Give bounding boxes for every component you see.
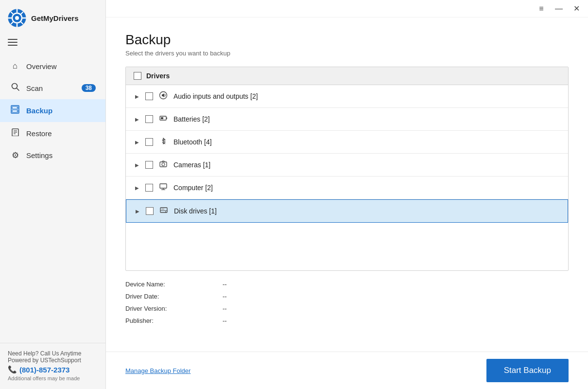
sidebar-label-scan: Scan [26,84,43,92]
details-section: Device Name: -- Driver Date: -- Driver V… [125,271,569,329]
cameras-icon [158,159,169,170]
start-backup-button[interactable]: Start Backup [486,359,569,382]
svg-rect-17 [161,117,163,119]
bottom-bar: Manage Backup Folder Start Backup [106,352,588,389]
computer-checkbox[interactable] [145,184,153,192]
minimize-button[interactable]: — [552,3,566,15]
powered-by: Powered by USTechSupport [8,357,98,364]
select-all-checkbox[interactable] [134,72,141,80]
sidebar-item-scan[interactable]: Scan 38 [0,77,105,99]
driver-date-value: -- [223,293,569,300]
titlebar: ≡ — ✕ [106,0,588,18]
sidebar-label-overview: Overview [26,62,57,71]
backup-icon [10,105,20,116]
cameras-checkbox[interactable] [145,161,153,169]
expand-arrow-icon: ▶ [134,185,140,191]
computer-driver-label: Computer [2] [173,184,560,192]
page-title: Backup [125,32,569,48]
menu-icon: ≡ [539,4,543,13]
bluetooth-icon [158,137,169,147]
restore-icon [10,128,20,139]
device-name-label: Device Name: [125,281,223,288]
diskdrives-checkbox[interactable] [146,207,154,215]
bluetooth-checkbox[interactable] [145,138,153,146]
device-name-value: -- [223,281,569,288]
bluetooth-driver-label: Bluetooth [4] [173,138,560,146]
expand-arrow-icon: ▶ [134,209,141,214]
expand-arrow-icon: ▶ [134,162,140,168]
sidebar-item-overview[interactable]: ⌂ Overview [0,55,105,77]
driver-version-value: -- [223,305,569,312]
additional-offers: Additional offers may be made [8,375,98,381]
disk-drives-driver-label: Disk drives [1] [174,207,560,215]
home-icon: ⌂ [10,61,20,71]
hamburger-button[interactable] [0,34,25,51]
main-content: ≡ — ✕ Backup Select the drivers you want… [106,0,588,389]
phone-icon: 📞 [8,365,17,374]
close-icon: ✕ [573,4,580,13]
audio-driver-label: Audio inputs and outputs [2] [173,92,560,100]
expand-arrow-icon: ▶ [134,117,140,122]
close-button[interactable]: ✕ [570,3,583,15]
phone-number[interactable]: 📞 (801)-857-2373 [8,365,98,374]
batteries-icon [158,114,169,124]
computer-icon [158,182,169,193]
sidebar-label-backup: Backup [26,106,52,115]
table-body: ▶ Audio inputs and outputs [2] ▶ Batteri… [126,85,568,270]
svg-point-25 [165,212,166,212]
sidebar-item-settings[interactable]: ⚙ Settings [0,144,105,166]
sidebar-header: GetMyDrivers [0,0,105,34]
table-row[interactable]: ▶ Audio inputs and outputs [2] [126,85,568,108]
manage-backup-folder-link[interactable]: Manage Backup Folder [125,367,190,374]
table-row[interactable]: ▶ Batteries [2] [126,108,568,131]
sidebar-label-restore: Restore [26,129,52,138]
svg-line-4 [17,88,19,91]
svg-point-3 [12,84,17,89]
publisher-value: -- [223,317,569,324]
cameras-driver-label: Cameras [1] [173,161,560,169]
driver-version-label: Driver Version: [125,305,223,312]
minimize-icon: — [555,4,563,13]
sidebar-footer: Need Help? Call Us Anytime Powered by US… [0,343,105,389]
svg-rect-16 [166,118,167,119]
batteries-checkbox[interactable] [145,115,153,123]
page-subtitle: Select the drivers you want to backup [125,50,569,57]
search-icon [10,83,20,93]
table-row[interactable]: ▶ Bluetooth [4] [126,131,568,154]
settings-icon: ⚙ [10,150,20,160]
svg-point-2 [15,16,19,20]
sidebar-item-restore[interactable]: Restore [0,122,105,144]
batteries-driver-label: Batteries [2] [173,115,560,123]
scan-badge: 38 [82,84,96,92]
table-row[interactable]: ▶ Disk drives [1] [126,199,568,223]
publisher-label: Publisher: [125,317,223,324]
expand-arrow-icon: ▶ [134,94,140,99]
content-area: Backup Select the drivers you want to ba… [106,18,588,352]
svg-rect-20 [160,184,167,188]
menu-icon-btn[interactable]: ≡ [535,3,548,15]
svg-point-19 [162,163,165,166]
table-row[interactable]: ▶ Cameras [1] [126,154,568,177]
expand-arrow-icon: ▶ [134,140,140,145]
sidebar: GetMyDrivers ⌂ Overview Scan 38 [0,0,106,389]
app-logo-icon [8,9,26,27]
svg-point-7 [17,107,18,108]
drivers-table: Drivers ▶ Audio inputs and outputs [2] ▶ [125,67,569,271]
sidebar-item-backup[interactable]: Backup [0,99,105,122]
help-text: Need Help? Call Us Anytime [8,350,98,357]
audio-checkbox[interactable] [145,92,153,100]
table-header: Drivers [126,67,568,85]
sidebar-label-settings: Settings [26,151,52,159]
app-title: GetMyDrivers [31,14,79,22]
audio-icon [158,91,169,102]
table-row[interactable]: ▶ Computer [2] [126,177,568,199]
nav-menu: ⌂ Overview Scan 38 [0,55,105,343]
svg-rect-26 [161,209,164,210]
disk-drives-icon [158,206,169,216]
svg-point-9 [17,111,18,112]
driver-date-label: Driver Date: [125,293,223,300]
drivers-column-header: Drivers [146,72,170,80]
